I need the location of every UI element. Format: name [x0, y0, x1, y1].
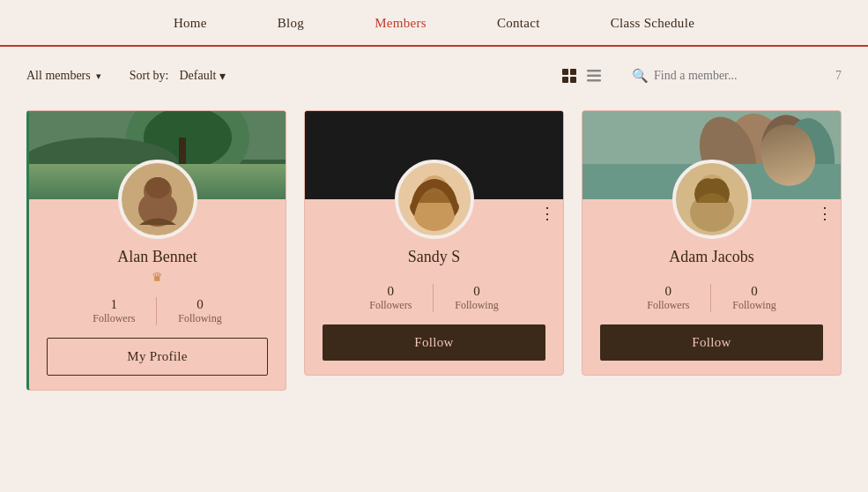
view-toggle [561, 68, 602, 84]
follow-button[interactable]: Follow [600, 324, 823, 361]
following-stat: 0 Following [157, 297, 242, 325]
svg-rect-6 [587, 79, 601, 82]
followers-count: 1 [111, 297, 118, 312]
member-card-adam: ⋮ [582, 110, 842, 391]
search-icon: 🔍 [632, 68, 649, 84]
following-count: 0 [197, 297, 204, 312]
sort-chevron-icon: ▾ [219, 69, 226, 84]
followers-stat: 1 Followers [71, 297, 157, 325]
svg-rect-5 [587, 75, 601, 78]
grid-view-button[interactable] [561, 68, 577, 84]
main-nav: Home Blog Members Contact Class Schedule [0, 0, 868, 47]
members-grid: Alan Bennet ♛ 1 Followers 0 Following My… [0, 101, 868, 417]
list-icon [586, 68, 602, 84]
avatar-adam-svg [676, 163, 748, 235]
nav-blog[interactable]: Blog [278, 16, 304, 31]
member-name: Adam Jacobs [669, 248, 753, 266]
following-label: Following [455, 299, 498, 312]
avatar [672, 160, 752, 239]
avatar-sandy-svg [398, 163, 471, 235]
followers-stat: 0 Followers [626, 284, 711, 312]
card-body: Sandy S 0 Followers 0 Following Follow [305, 199, 563, 375]
search-input[interactable] [654, 69, 812, 83]
more-options-button[interactable]: ⋮ [817, 205, 833, 221]
following-label: Following [178, 312, 221, 325]
member-name: Alan Bennet [117, 248, 197, 266]
following-count: 0 [751, 284, 758, 299]
svg-rect-1 [570, 69, 576, 75]
followers-label: Followers [93, 312, 135, 325]
following-count: 0 [473, 284, 480, 299]
svg-rect-3 [570, 77, 576, 83]
following-stat: 0 Following [711, 284, 797, 312]
svg-rect-2 [562, 77, 568, 83]
nav-class-schedule[interactable]: Class Schedule [611, 16, 694, 31]
member-card: Alan Bennet ♛ 1 Followers 0 Following My… [26, 110, 286, 391]
stats-row: 0 Followers 0 Following [348, 284, 519, 312]
avatar [118, 160, 197, 239]
sort-value: Default [179, 69, 216, 83]
nav-home[interactable]: Home [174, 16, 207, 31]
member-card-sandy: ⋮ Sandy S [304, 110, 564, 391]
svg-rect-0 [562, 69, 568, 75]
crown-icon: ♛ [152, 270, 163, 285]
filter-button[interactable]: All members ▾ [26, 69, 101, 83]
followers-stat: 0 Followers [348, 284, 434, 312]
search-container: 🔍 [625, 64, 820, 87]
member-card-alan: Alan Bennet ♛ 1 Followers 0 Following My… [26, 110, 286, 391]
sort-button[interactable]: Default ▾ [179, 69, 226, 84]
card-body: Alan Bennet ♛ 1 Followers 0 Following My… [29, 199, 286, 390]
members-toolbar: All members ▾ Sort by: Default ▾ 🔍 7 [0, 47, 868, 101]
svg-rect-4 [587, 70, 601, 72]
svg-point-18 [145, 177, 170, 198]
avatar-alan-svg [122, 163, 194, 235]
following-stat: 0 Following [434, 284, 519, 312]
followers-label: Followers [369, 299, 412, 312]
filter-label: All members [26, 69, 91, 83]
member-name: Sandy S [408, 248, 461, 266]
grid-icon [561, 68, 577, 84]
member-card: Sandy S 0 Followers 0 Following Follow [304, 110, 564, 376]
card-body: Adam Jacobs 0 Followers 0 Following Foll… [582, 199, 841, 375]
avatar [395, 160, 474, 239]
followers-label: Followers [647, 299, 689, 312]
member-card: Adam Jacobs 0 Followers 0 Following Foll… [582, 110, 842, 376]
member-count: 7 [835, 69, 842, 83]
followers-count: 0 [388, 284, 395, 299]
nav-contact[interactable]: Contact [497, 16, 540, 31]
follow-button[interactable]: Follow [323, 324, 545, 361]
stats-row: 0 Followers 0 Following [626, 284, 797, 312]
followers-count: 0 [665, 284, 672, 299]
my-profile-button[interactable]: My Profile [47, 338, 268, 376]
nav-members[interactable]: Members [375, 16, 427, 31]
stats-row: 1 Followers 0 Following [71, 297, 242, 325]
sort-prefix: Sort by: [130, 69, 169, 83]
filter-chevron-icon: ▾ [96, 71, 101, 82]
more-options-button[interactable]: ⋮ [539, 205, 555, 221]
following-label: Following [732, 299, 775, 312]
list-view-button[interactable] [586, 68, 602, 84]
